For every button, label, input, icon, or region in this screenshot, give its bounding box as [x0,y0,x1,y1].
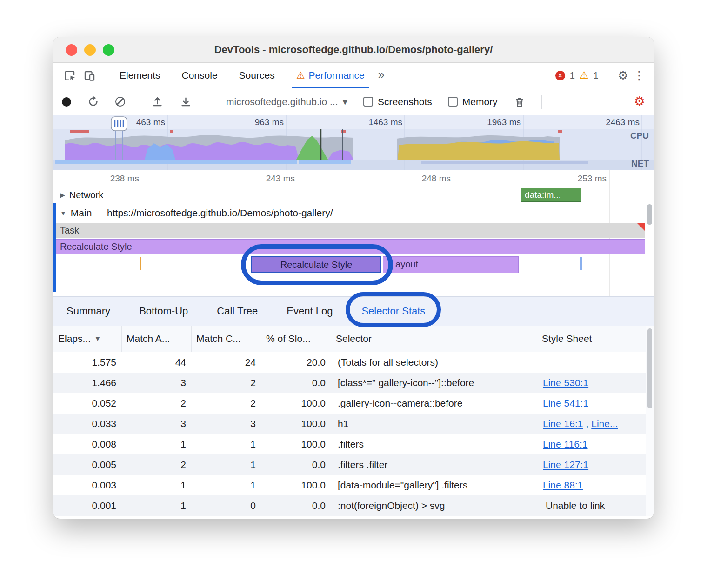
event-tick[interactable] [140,257,141,270]
save-profile-icon[interactable] [180,95,192,108]
clear-recording-icon[interactable] [115,97,125,107]
tab-elements[interactable]: Elements [115,63,165,88]
chevron-down-icon: ▾ [342,96,347,107]
stylesheet-link[interactable]: Line 541:1 [543,398,588,409]
match-count-cell: 24 [192,352,261,373]
table-scrollbar[interactable] [646,326,654,516]
customize-menu-icon[interactable]: ⋮ [633,69,645,81]
table-row[interactable]: 0.00311100.0[data-module="gallery"] .fil… [53,475,646,495]
elapsed-cell: 0.052 [53,393,122,414]
selector-cell: [data-module="gallery"] .filters [331,475,537,495]
table-row[interactable]: 1.575442420.0(Totals for all selectors) [53,352,646,373]
collapse-arrow-icon[interactable]: ▶ [60,191,65,199]
record-button[interactable] [62,97,71,107]
column-header-match-attempts[interactable]: Match A... [122,326,192,352]
match-count-cell: 2 [192,393,261,414]
selector-cell: [class*=" gallery-icon--"]::before [331,373,537,393]
selector-cell: (Totals for all selectors) [331,352,537,373]
column-header-elapsed[interactable]: Elaps... ▼ [53,326,122,352]
reload-and-record-icon[interactable] [87,95,100,108]
recalculate-style-event-block[interactable]: Recalculate Style [55,239,645,254]
main-thread-label: Main — https://microsoftedge.github.io/D… [71,207,333,219]
stylesheet-link[interactable]: Line 127:1 [543,459,588,470]
selector-cell: :not(foreignObject) > svg [331,495,537,516]
table-scrollbar-thumb[interactable] [647,328,652,408]
flame-scrollbar-thumb[interactable] [647,204,652,225]
tab-console[interactable]: Console [177,63,222,88]
memory-checkbox[interactable] [448,97,458,107]
overview-time-label: 2463 ms [586,117,640,127]
selector-cell: .filters [331,434,537,454]
selected-recalculate-style-block[interactable]: Recalculate Style [251,256,381,273]
event-tick[interactable] [580,257,582,270]
flame-chart[interactable]: 238 ms 243 ms 248 ms 253 ms ▶ Network da… [53,170,654,296]
network-track[interactable]: ▶ Network data:im... [53,187,654,203]
tabbar-right-controls: ✕ 1 ⚠ 1 ⚙ ⋮ [555,68,647,82]
match-attempts-cell: 1 [122,495,192,516]
expand-arrow-icon[interactable]: ▼ [60,209,67,217]
tab-selector-stats[interactable]: Selector Stats [358,297,429,326]
memory-toggle[interactable]: Memory [448,96,498,107]
screenshots-toggle[interactable]: Screenshots [363,96,432,107]
load-profile-icon[interactable] [151,95,164,108]
tab-bottom-up[interactable]: Bottom-Up [135,297,192,326]
history-dropdown[interactable]: microsoftedge.github.io ... ▾ [226,96,347,107]
tab-call-tree[interactable]: Call Tree [213,297,261,326]
table-row[interactable]: 0.00811100.0.filtersLine 116:1 [53,434,646,454]
screenshots-checkbox[interactable] [363,97,373,107]
table-row[interactable]: 0.001100.0:not(foreignObject) > svgUnabl… [53,495,646,516]
match-count-cell: 1 [192,434,261,454]
stylesheet-link[interactable]: Line 88:1 [543,480,583,491]
warning-badge-icon[interactable]: ⚠ [580,69,589,81]
style-sheet-text: , [586,418,588,429]
table-row[interactable]: 0.05222100.0.gallery-icon--camera::befor… [53,393,646,414]
layout-event-block[interactable]: Layout [383,256,519,273]
stylesheet-link[interactable]: Line 16:1 [543,418,583,429]
match-count-cell: 0 [192,495,261,516]
style-sheet-cell: Line 127:1 [537,454,646,475]
timeline-overview[interactable]: 463 ms 963 ms 1463 ms 1963 ms 2463 ms CP… [53,115,654,170]
device-toolbar-icon[interactable] [80,66,99,85]
stylesheet-link[interactable]: Line... [591,418,618,429]
ruler-time-label: 248 ms [404,174,451,184]
collect-garbage-icon[interactable] [514,96,526,108]
stylesheet-link[interactable]: Line 116:1 [543,439,588,450]
minimize-window-button[interactable] [84,44,96,56]
zoom-window-button[interactable] [103,44,114,56]
capture-settings-gear-icon[interactable]: ⚙ [634,95,645,108]
main-thread-track[interactable]: ▼ Main — https://microsoftedge.github.io… [53,203,654,223]
tab-performance[interactable]: ⚠ Performance [292,63,369,88]
slow-path-cell: 0.0 [261,373,331,393]
column-header-match-count[interactable]: Match C... [192,326,261,352]
ruler-time-label: 253 ms [560,174,607,184]
tab-label: Sources [239,70,275,81]
table-row[interactable]: 1.466320.0[class*=" gallery-icon--"]::be… [53,373,646,393]
settings-gear-icon[interactable]: ⚙ [618,69,628,81]
column-header-selector[interactable]: Selector [331,326,537,352]
titlebar: DevTools - microsoftedge.github.io/Demos… [53,37,654,63]
tab-sources[interactable]: Sources [234,63,280,88]
stylesheet-link[interactable]: Line 530:1 [543,377,588,388]
table-row[interactable]: 0.005210.0.filters .filterLine 127:1 [53,454,646,475]
ruler-time-label: 238 ms [93,174,139,184]
tab-label: Performance [308,70,364,81]
more-tabs-icon[interactable]: » [378,68,385,81]
warning-count: 1 [594,70,599,81]
error-badge-icon[interactable]: ✕ [555,71,565,80]
column-header-slow-path[interactable]: % of Slo... [261,326,331,352]
inspect-element-icon[interactable] [60,66,80,85]
task-event-block[interactable]: Task [55,223,645,238]
selector-cell: .gallery-icon--camera::before [331,393,537,414]
elapsed-cell: 0.008 [53,434,122,454]
column-header-style-sheet[interactable]: Style Sheet [537,326,646,352]
close-window-button[interactable] [66,44,77,56]
match-count-cell: 1 [192,475,261,495]
tab-label: Selector Stats [361,305,425,317]
slow-path-cell: 100.0 [261,475,331,495]
table-row[interactable]: 0.03333100.0h1Line 16:1,Line... [53,414,646,434]
elapsed-cell: 0.033 [53,414,122,434]
tab-summary[interactable]: Summary [63,297,114,326]
network-request-block[interactable]: data:im... [521,188,581,202]
tab-event-log[interactable]: Event Log [283,297,336,326]
style-sheet-cell: Line 116:1 [537,434,646,454]
